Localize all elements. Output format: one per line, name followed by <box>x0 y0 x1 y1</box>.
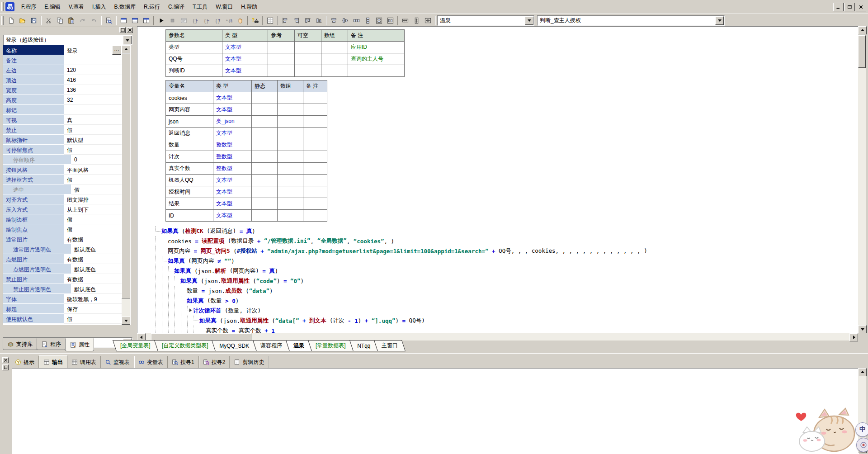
table-row[interactable]: cookies文本型 <box>166 92 327 104</box>
form-selector-combo[interactable]: 温泉 <box>437 15 534 26</box>
menu-item-9[interactable]: H.帮助 <box>237 1 261 13</box>
table-cell[interactable]: 文本型 <box>213 210 252 222</box>
property-row[interactable]: 绘制边框假 <box>3 214 122 224</box>
scroll-thumb[interactable] <box>151 333 251 340</box>
menubar-grip[interactable] <box>1 2 4 11</box>
table-cell[interactable] <box>321 42 348 53</box>
combo-dropdown-arrow-icon[interactable] <box>715 16 724 25</box>
property-value[interactable]: 假 <box>64 145 122 155</box>
property-row[interactable]: 通常图片透明色默认底色 <box>3 244 122 254</box>
table-cell[interactable]: 计次 <box>166 151 213 163</box>
property-value[interactable]: 登录… <box>64 45 122 55</box>
code-line[interactable]: 真实个数 = 真实个数 + 1 <box>156 326 859 334</box>
table-cell[interactable]: 整数型 <box>213 139 252 151</box>
output-tab-提示[interactable]: ?提示 <box>11 356 39 369</box>
table-row[interactable]: QQ号文本型查询的主人号 <box>166 53 405 65</box>
undo-button[interactable] <box>88 15 99 26</box>
table-cell[interactable] <box>348 65 405 77</box>
scroll-track[interactable] <box>122 53 130 317</box>
code-line[interactable]: 如果真 (json.取通用属性 (“code”) = “0”) <box>156 276 859 286</box>
property-row[interactable]: 使用默认色假 <box>3 314 122 324</box>
table-cell[interactable]: 文本型 <box>222 65 268 77</box>
property-row[interactable]: 字体微软雅黑，9 <box>3 294 122 304</box>
ime-status-badge[interactable] <box>856 438 868 452</box>
table-cell[interactable] <box>268 42 295 53</box>
scroll-down-button[interactable] <box>858 325 867 333</box>
property-value[interactable]: 默认底色 <box>71 244 122 254</box>
paste-button[interactable] <box>66 15 77 26</box>
property-value[interactable]: 真 <box>64 115 122 125</box>
space-down-button[interactable] <box>362 15 373 26</box>
property-row[interactable]: 绘制焦点假 <box>3 224 122 234</box>
property-row[interactable]: 禁止假 <box>3 125 122 135</box>
property-row[interactable]: 左边120 <box>3 65 122 75</box>
table-cell[interactable]: 结果 <box>166 198 213 210</box>
table-cell[interactable] <box>278 104 303 116</box>
property-row[interactable]: 点燃图片透明色默认底色 <box>3 264 122 274</box>
file-tab[interactable]: NTqq <box>349 340 378 351</box>
center-vertical-button[interactable] <box>340 15 351 26</box>
property-value[interactable]: 从上到下 <box>64 204 122 214</box>
property-row[interactable]: 压入方式从上到下 <box>3 204 122 214</box>
table-cell[interactable] <box>268 65 295 77</box>
table-cell[interactable] <box>303 116 327 128</box>
property-value[interactable]: 136 <box>64 85 122 95</box>
table-cell[interactable] <box>303 210 327 222</box>
property-value[interactable] <box>64 55 122 65</box>
property-ellipsis-button[interactable]: … <box>112 46 121 55</box>
property-value[interactable]: 默认型 <box>64 135 122 145</box>
property-row[interactable]: 按钮风格平面风格 <box>3 165 122 175</box>
property-row[interactable]: 通常图片有数据 <box>3 234 122 244</box>
property-row[interactable]: 宽度136 <box>3 85 122 95</box>
property-row[interactable]: 禁止图片透明色默认底色 <box>3 284 122 294</box>
property-row[interactable]: 停留顺序0 <box>3 155 122 165</box>
menu-item-1[interactable]: E.编辑 <box>40 1 64 13</box>
table-cell[interactable] <box>252 139 278 151</box>
same-width-button[interactable] <box>400 15 411 26</box>
file-tab[interactable]: [自定义数据类型表] <box>154 340 216 351</box>
property-grid-scrollbar[interactable] <box>122 45 130 325</box>
run-to-cursor-button[interactable]: *{} <box>223 15 235 26</box>
table-row[interactable]: 判断ID文本型 <box>166 65 405 77</box>
panel-tab-程序[interactable]: 程序 <box>37 338 66 350</box>
table-cell[interactable]: 文本型 <box>213 198 252 210</box>
output-tab-变量表[interactable]: 变量表 <box>134 356 168 369</box>
table-cell[interactable] <box>252 104 278 116</box>
center-in-form-v-button[interactable] <box>385 15 396 26</box>
maximize-button[interactable] <box>844 3 855 11</box>
table-cell[interactable]: 文本型 <box>213 128 252 139</box>
stop-button[interactable] <box>167 15 178 26</box>
table-cell[interactable]: 类型 <box>166 42 222 53</box>
table-cell[interactable]: 应用ID <box>348 42 405 53</box>
table-cell[interactable]: ID <box>166 210 213 222</box>
table-cell[interactable] <box>278 163 303 175</box>
editor-vertical-scrollbar[interactable] <box>858 26 866 333</box>
property-value[interactable]: 有数据 <box>64 274 122 284</box>
file-tab[interactable]: 主窗口 <box>374 340 406 351</box>
dock-pin-button[interactable] <box>2 364 9 370</box>
code-line[interactable]: 网页内容 = 网页_访问S (#授权站 + “admin/ajax.php?mo… <box>156 246 859 256</box>
property-value[interactable]: 假 <box>64 314 122 324</box>
scroll-track[interactable] <box>146 333 849 340</box>
scroll-down-button[interactable] <box>122 317 130 325</box>
align-bottom-button[interactable] <box>313 15 325 26</box>
table-row[interactable]: 数量整数型 <box>166 139 327 151</box>
table-cell[interactable] <box>295 42 321 53</box>
table-cell[interactable] <box>303 104 327 116</box>
menu-item-0[interactable]: F.程序 <box>17 1 40 13</box>
property-row[interactable]: 点燃图片有数据 <box>3 254 122 264</box>
table-cell[interactable] <box>295 65 321 77</box>
form-grid-button[interactable] <box>264 15 276 26</box>
center-horizontal-button[interactable] <box>328 15 340 26</box>
table-cell[interactable] <box>321 53 348 65</box>
code-line[interactable]: cookies = 读配置项 (数据目录 + “/管理数据.ini”, “全局数… <box>156 236 859 246</box>
table-row[interactable]: 结果文本型 <box>166 198 327 210</box>
menu-item-8[interactable]: W.窗口 <box>212 1 237 13</box>
code-editor[interactable]: 参数名类 型参考可空数组备 注类型文本型应用IDQQ号文本型查询的主人号判断ID… <box>137 26 859 334</box>
property-value[interactable]: 假 <box>64 125 122 135</box>
property-value[interactable]: 0 <box>71 155 122 165</box>
table-cell[interactable] <box>252 198 278 210</box>
table-row[interactable]: 网页内容文本型 <box>166 104 327 116</box>
table-cell[interactable] <box>303 92 327 104</box>
combo-dropdown-arrow-icon[interactable] <box>525 16 533 25</box>
